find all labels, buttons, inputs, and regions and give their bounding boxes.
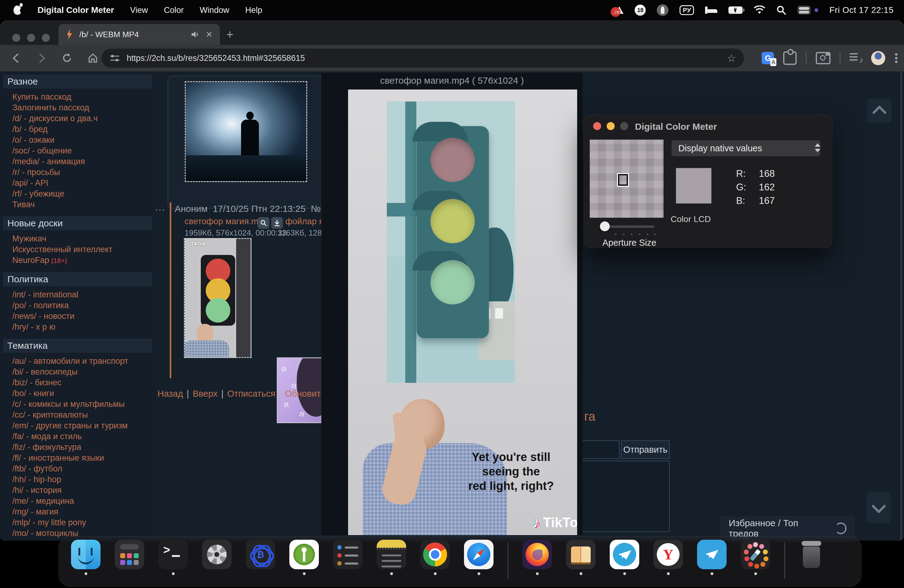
url-text[interactable]: https://2ch.su/b/res/325652453.html#3256… [127, 54, 305, 63]
file-zoom-button[interactable] [258, 217, 269, 229]
aperture-slider-track[interactable] [603, 225, 654, 228]
refresh-icon[interactable] [835, 523, 847, 534]
dock-item-terminal[interactable] [158, 540, 188, 575]
control-center-icon[interactable] [797, 6, 811, 15]
notification-app-icon[interactable]: ..28 [615, 6, 624, 14]
submit-button[interactable]: Отправить [621, 440, 670, 459]
extensions-icon[interactable] [783, 51, 797, 65]
sidebar-link[interactable]: /fa/ - мода и стиль [12, 431, 155, 442]
sidebar-link[interactable]: /mg/ - магия [12, 506, 155, 517]
video-title[interactable]: светофор магия.mp4 ( 576x1024 ) [321, 75, 583, 86]
window-zoom-button[interactable] [42, 34, 50, 42]
dock-item-launchpad[interactable] [115, 540, 144, 575]
dock-item-telegram-circle[interactable] [610, 540, 639, 575]
browser-menu-icon[interactable]: ••• [895, 52, 898, 64]
site-settings-icon[interactable] [110, 55, 119, 62]
window-close-button[interactable] [12, 34, 20, 42]
url-bar[interactable]: https://2ch.su/b/res/325652453.html#3256… [101, 49, 744, 68]
file-download-button[interactable] [271, 217, 283, 229]
sidebar-link[interactable]: /me/ - медицина [12, 496, 155, 506]
sidebar-link[interactable]: /biz/ - бизнес [12, 377, 155, 388]
sidebar-link[interactable]: /c/ - комиксы и мультфильмы [12, 399, 155, 409]
dock-item-color-picker[interactable] [741, 540, 770, 575]
dock-item-chrome[interactable] [420, 540, 450, 575]
nav-refresh-link[interactable]: Обновить [285, 389, 325, 398]
home-button[interactable] [87, 52, 98, 64]
sidebar-link[interactable]: Тивач [12, 199, 155, 210]
dcm-minimize-button[interactable] [607, 122, 615, 130]
sidebar-link[interactable]: /rf/ - убежище [12, 188, 155, 199]
new-tab-button[interactable]: + [226, 29, 233, 40]
bed-status-icon[interactable] [705, 6, 718, 14]
window-minimize-button[interactable] [27, 34, 35, 42]
sidebar-link[interactable]: /soc/ - общение [12, 145, 155, 156]
dock-item-trash[interactable] [799, 540, 824, 575]
forward-button[interactable] [36, 53, 47, 63]
sidebar-link[interactable]: /fiz/ - физкультура [12, 442, 155, 453]
sidebar-link[interactable]: /cc/ - криптовалюты [12, 409, 155, 420]
back-button[interactable] [11, 53, 22, 63]
translate-extension-icon[interactable]: G [762, 52, 774, 64]
spotlight-search-icon[interactable] [776, 5, 786, 15]
sidebar-link[interactable]: /bo/ - книги [12, 388, 155, 399]
sidebar-link[interactable]: Искусственный интеллект [12, 244, 155, 255]
menu-app-name[interactable]: Digital Color Meter [38, 5, 114, 15]
sidebar-link[interactable]: Купить пасскод [12, 92, 155, 103]
sidebar-link[interactable]: /fl/ - иностранные языки [12, 453, 155, 463]
dock-item-books[interactable] [566, 540, 596, 575]
sidebar-link[interactable]: /mlp/ - my little pony [12, 517, 155, 528]
sidebar-link[interactable]: /po/ - политика [12, 300, 155, 311]
menu-help[interactable]: Help [245, 6, 262, 15]
menu-color[interactable]: Color [164, 6, 184, 15]
sidebar-link[interactable]: /au/ - автомобили и транспорт [12, 356, 155, 367]
dock-item-notes[interactable] [377, 540, 406, 575]
menu-window[interactable]: Window [200, 6, 229, 15]
sidebar-link[interactable]: /b/ - бред [12, 124, 155, 135]
pixel-preview[interactable] [590, 140, 664, 218]
dock-item-telegram-square[interactable] [697, 540, 727, 575]
sidebar-link[interactable]: /bi/ - велосипеды [12, 367, 155, 377]
menu-clock[interactable]: Fri Oct 17 22:15 [829, 5, 893, 15]
sidebar-link[interactable]: /api/ - API [12, 178, 155, 188]
browser-tab[interactable]: /b/ - WEBM MP4 ✕ [58, 24, 220, 45]
battery-icon[interactable] [729, 6, 743, 14]
display-mode-dropdown[interactable]: Display native values [672, 140, 820, 156]
tab-close-icon[interactable]: ✕ [206, 30, 212, 40]
favorites-label[interactable]: Избранное / Топ тредов [729, 518, 828, 539]
side-panel-search-icon[interactable] [816, 52, 831, 64]
messenger-status-icon[interactable]: 18 [635, 5, 646, 16]
menu-view[interactable]: View [130, 6, 148, 15]
nav-unsubscribe-link[interactable]: Отписаться [227, 389, 275, 398]
sidebar-link[interactable]: /int/ - international [12, 289, 155, 300]
profile-avatar[interactable] [871, 51, 885, 65]
wifi-icon[interactable] [754, 6, 765, 15]
sidebar-link[interactable]: /hi/ - история [12, 485, 155, 496]
sidebar-link[interactable]: /hh/ - hip-hop [12, 474, 155, 485]
media-playlist-icon[interactable] [850, 52, 862, 64]
nav-back-link[interactable]: Назад [157, 389, 183, 398]
reload-button[interactable] [62, 52, 73, 64]
partial-link-text[interactable]: га [584, 409, 595, 424]
dock-item-yandex[interactable]: Y [653, 540, 683, 575]
sidebar-link[interactable]: Мужикач [12, 234, 155, 244]
apple-menu-icon[interactable] [14, 6, 22, 15]
file-link[interactable]: светофор магия.mp4 [185, 217, 268, 226]
scrollbar[interactable] [900, 71, 902, 541]
sidebar-link[interactable]: /news/ - новости [12, 311, 155, 322]
bookmark-star-icon[interactable]: ☆ [727, 52, 736, 64]
dock-item-system-settings[interactable] [202, 540, 232, 575]
sidebar-link[interactable]: /r/ - просьбы [12, 167, 155, 178]
scroll-up-button[interactable] [867, 98, 892, 123]
rocket-status-icon[interactable] [657, 4, 669, 16]
dock-item-safari[interactable] [464, 540, 493, 575]
dock-item-finder[interactable] [71, 540, 101, 575]
keyboard-layout-indicator[interactable]: РУ [680, 5, 694, 15]
sidebar-link[interactable]: /hry/ - х р ю [12, 322, 155, 332]
dock-item-firefox[interactable] [522, 540, 552, 575]
op-image-thumbnail[interactable] [185, 81, 307, 182]
video-thumbnail-traffic-light[interactable]: ♪ TikTok [184, 238, 251, 358]
sidebar-link[interactable]: /d/ - дискуссии о два.ч [12, 113, 155, 124]
dock-item-crypto-wallet[interactable]: ₿ [246, 540, 275, 575]
scroll-down-button[interactable] [866, 492, 891, 523]
sidebar-link[interactable]: NeuroFap (18+) [12, 255, 155, 266]
